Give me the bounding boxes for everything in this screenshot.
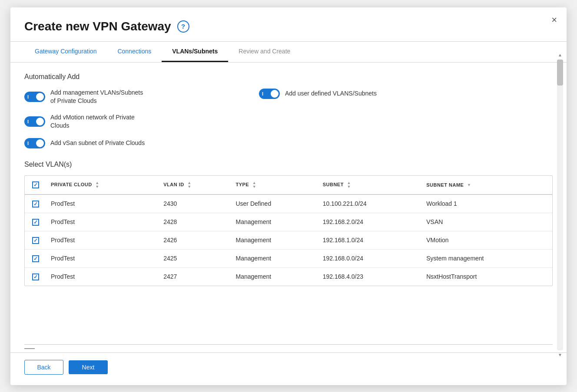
row-4-subnet-name: NsxtHostTransport: [422, 267, 552, 286]
row-2-subnet: 192.168.1.0/24: [318, 231, 422, 249]
sort-subnet-name-icon[interactable]: ▼: [467, 183, 471, 187]
content-area: Automatically Add I Add management VLANs…: [10, 63, 567, 344]
tab-gateway-configuration[interactable]: Gateway Configuration: [24, 42, 107, 62]
toggle-mgmt-vlans: I Add management VLANs/Subnets of Privat…: [24, 89, 146, 105]
table-row: ✓ProdTest2430User Defined10.100.221.0/24…: [25, 194, 552, 213]
tab-bar: Gateway Configuration Connections VLANs/…: [10, 42, 567, 63]
row-3-subnet-name: System management: [422, 249, 552, 267]
row-3-type: Management: [231, 249, 318, 267]
row-checkbox-cell: ✓: [25, 249, 46, 267]
col-header-vlan-id: VLAN ID ▲▼: [159, 176, 231, 194]
row-3-vlan-id: 2425: [159, 249, 231, 267]
tab-vlans-subnets[interactable]: VLANs/Subnets: [162, 42, 228, 62]
toggle-user-defined: I Add user defined VLANS/Subnets: [259, 89, 377, 99]
sort-subnet-icon[interactable]: ▲▼: [347, 181, 351, 189]
row-0-checkbox[interactable]: ✓: [32, 201, 39, 208]
row-1-type: Management: [231, 213, 318, 231]
toggle-vsan: I Add vSan subnet of Private Clouds: [24, 138, 146, 148]
table-row: ✓ProdTest2427Management192.168.4.0/23Nsx…: [25, 267, 552, 286]
col-header-private-cloud: PRIVATE CLOUD ▲▼: [46, 176, 159, 194]
table-header-row: ✓ PRIVATE CLOUD ▲▼ VLAN ID ▲▼ TYPE: [25, 176, 552, 194]
footer-separator-wrapper: [10, 344, 567, 352]
toggle-user-defined-label: Add user defined VLANS/Subnets: [285, 89, 377, 98]
create-vpn-gateway-dialog: Create new VPN Gateway ? × Gateway Confi…: [10, 7, 567, 385]
row-2-vlan-id: 2426: [159, 231, 231, 249]
scroll-up-icon[interactable]: ▲: [557, 53, 563, 57]
row-1-private-cloud: ProdTest: [46, 213, 159, 231]
row-0-subnet: 10.100.221.0/24: [318, 194, 422, 213]
row-2-checkbox[interactable]: ✓: [32, 237, 39, 244]
row-3-checkbox[interactable]: ✓: [32, 255, 39, 262]
row-1-subnet: 192.168.2.0/24: [318, 213, 422, 231]
scrollbar-track: ▲ ▼: [557, 59, 563, 350]
next-button[interactable]: Next: [69, 360, 108, 374]
toggle-user-defined-switch[interactable]: I: [259, 89, 280, 99]
row-4-checkbox[interactable]: ✓: [32, 273, 39, 280]
row-1-checkbox[interactable]: ✓: [32, 219, 39, 226]
select-vlans-title: Select VLAN(s): [24, 161, 553, 168]
automatically-add-title: Automatically Add: [24, 73, 553, 81]
col-header-type: TYPE ▲▼: [231, 176, 318, 194]
row-4-subnet: 192.168.4.0/23: [318, 267, 422, 286]
dialog-title: Create new VPN Gateway: [24, 20, 171, 33]
scroll-down-icon[interactable]: ▼: [557, 352, 563, 357]
table-row: ✓ProdTest2426Management192.168.1.0/24VMo…: [25, 231, 552, 249]
toggle-mgmt-vlans-label: Add management VLANs/Subnets of Private …: [50, 89, 146, 105]
vlans-table-wrapper: ✓ PRIVATE CLOUD ▲▼ VLAN ID ▲▼ TYPE: [24, 175, 553, 286]
row-0-subnet-name: Workload 1: [422, 194, 552, 213]
row-4-type: Management: [231, 267, 318, 286]
row-2-subnet-name: VMotion: [422, 231, 552, 249]
table-footer-line: [24, 344, 553, 345]
row-0-private-cloud: ProdTest: [46, 194, 159, 213]
dialog-header: Create new VPN Gateway ? ×: [10, 7, 567, 33]
sort-vlan-id-icon[interactable]: ▲▼: [187, 181, 191, 189]
footer-divider: [10, 352, 567, 353]
toggle-vsan-switch[interactable]: I: [24, 138, 45, 148]
toggle-mgmt-vlans-switch[interactable]: I: [24, 92, 45, 102]
row-2-type: Management: [231, 231, 318, 249]
left-toggles: I Add management VLANs/Subnets of Privat…: [24, 89, 146, 148]
row-1-subnet-name: VSAN: [422, 213, 552, 231]
toggle-vmotion-label: Add vMotion network of Private Clouds: [50, 113, 146, 130]
table-body: ✓ProdTest2430User Defined10.100.221.0/24…: [25, 194, 552, 286]
sort-private-cloud-icon[interactable]: ▲▼: [95, 181, 99, 189]
row-checkbox-cell: ✓: [25, 194, 46, 213]
row-0-type: User Defined: [231, 194, 318, 213]
col-header-checkbox: ✓: [25, 176, 46, 194]
row-0-vlan-id: 2430: [159, 194, 231, 213]
row-1-vlan-id: 2428: [159, 213, 231, 231]
help-icon[interactable]: ?: [177, 20, 189, 33]
row-checkbox-cell: ✓: [25, 267, 46, 286]
toggle-vmotion-switch[interactable]: I: [24, 116, 45, 127]
back-button[interactable]: Back: [24, 360, 63, 375]
toggle-vsan-label: Add vSan subnet of Private Clouds: [50, 139, 145, 148]
row-checkbox-cell: ✓: [25, 213, 46, 231]
row-4-private-cloud: ProdTest: [46, 267, 159, 286]
row-3-private-cloud: ProdTest: [46, 249, 159, 267]
row-4-vlan-id: 2427: [159, 267, 231, 286]
vlans-table: ✓ PRIVATE CLOUD ▲▼ VLAN ID ▲▼ TYPE: [25, 176, 552, 286]
toggle-vmotion: I Add vMotion network of Private Clouds: [24, 113, 146, 130]
table-row: ✓ProdTest2425Management192.168.0.0/24Sys…: [25, 249, 552, 267]
scrollbar-thumb[interactable]: [557, 59, 563, 86]
close-button[interactable]: ×: [551, 15, 557, 25]
table-header: ✓ PRIVATE CLOUD ▲▼ VLAN ID ▲▼ TYPE: [25, 176, 552, 194]
sort-type-icon[interactable]: ▲▼: [252, 181, 256, 189]
tab-connections[interactable]: Connections: [107, 42, 162, 62]
toggles-row: I Add management VLANs/Subnets of Privat…: [24, 89, 553, 148]
table-row: ✓ProdTest2428Management192.168.2.0/24VSA…: [25, 213, 552, 231]
col-header-subnet-name: SUBNET NAME ▼: [422, 176, 552, 194]
footer-dash: [24, 348, 35, 349]
row-checkbox-cell: ✓: [25, 231, 46, 249]
right-toggles: I Add user defined VLANS/Subnets: [259, 89, 377, 99]
footer-actions: Back Next: [10, 360, 567, 385]
select-all-checkbox[interactable]: ✓: [32, 181, 39, 188]
row-3-subnet: 192.168.0.0/24: [318, 249, 422, 267]
row-2-private-cloud: ProdTest: [46, 231, 159, 249]
col-header-subnet: SUBNET ▲▼: [318, 176, 422, 194]
tab-review-create: Review and Create: [228, 42, 301, 62]
